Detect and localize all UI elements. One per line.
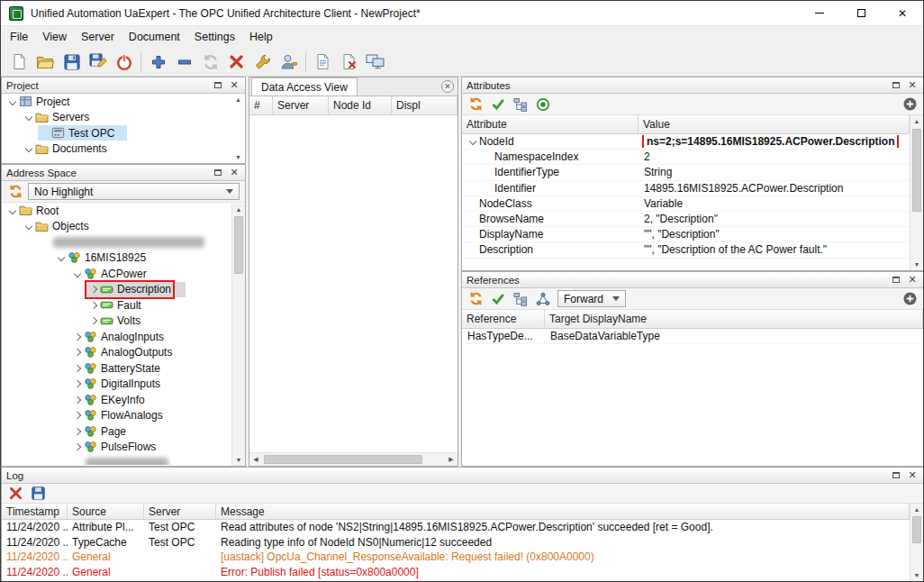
tree-item-root[interactable]: Root (2, 203, 245, 219)
reference-column-header[interactable]: Reference (462, 310, 545, 328)
tree-expander[interactable] (22, 114, 35, 120)
attributes-scrollbar[interactable]: ▲ ▼ (910, 115, 923, 270)
tree-expander[interactable] (22, 146, 35, 151)
tree-expander[interactable] (70, 413, 84, 418)
dav-horizontal-scrollbar[interactable]: ◀ ▶ (249, 452, 457, 466)
tree-expander[interactable] (70, 429, 84, 434)
attributes-table-header[interactable]: Attribute Value (462, 115, 923, 134)
tree-expander[interactable] (70, 444, 84, 450)
tree-item-redacted[interactable] (2, 455, 245, 465)
tree-expander[interactable] (70, 271, 84, 277)
refresh-attributes-button[interactable] (466, 95, 485, 114)
tab-data-access-view[interactable]: Data Access View (251, 77, 358, 95)
tree-item-test-opc[interactable]: Test OPC (2, 125, 245, 141)
clear-log-button[interactable] (5, 484, 25, 503)
address-space-float-button[interactable] (212, 167, 224, 179)
direction-dropdown[interactable]: Forward (557, 290, 626, 307)
attributes-close-button[interactable]: ✕ (906, 79, 919, 92)
timestamp-column-header[interactable]: Timestamp (2, 504, 68, 519)
tree-item-volts[interactable]: Volts (2, 314, 245, 330)
refresh-references-button[interactable] (466, 289, 485, 308)
references-float-button[interactable] (890, 274, 902, 286)
dav-table-header[interactable]: #ServerNode IdDispl (249, 96, 457, 115)
rebrowse-button[interactable] (5, 182, 25, 201)
scroll-thumb[interactable] (264, 455, 422, 464)
message-column-header[interactable]: Message (216, 504, 910, 519)
scroll-up-icon[interactable]: ▲ (232, 204, 245, 215)
references-close-button[interactable]: ✕ (906, 274, 919, 286)
scroll-up-icon[interactable]: ▲ (910, 504, 923, 515)
remove-document-button[interactable] (336, 50, 362, 75)
tree-item-acpower[interactable]: ACPower (2, 266, 245, 282)
save-log-button[interactable] (28, 484, 48, 503)
tree-item-ekeyinfo[interactable]: EKeyInfo (2, 392, 245, 408)
menu-help[interactable]: Help (242, 27, 280, 47)
tree-expander[interactable] (86, 318, 100, 323)
references-table-header[interactable]: Reference Target DisplayName (462, 310, 923, 329)
attributes-float-button[interactable] (890, 79, 902, 92)
tree-item-pulseflows[interactable]: PulseFlows (2, 440, 245, 456)
tree-item-redacted[interactable] (2, 234, 245, 250)
tree-item-batterystate[interactable]: BatteryState (2, 360, 245, 377)
attribute-row-description[interactable]: Description"", "Description of the AC Po… (462, 242, 910, 258)
monitor-value-button[interactable] (533, 95, 553, 114)
scroll-up-icon[interactable]: ▲ (231, 94, 245, 105)
log-row-3[interactable]: 11/24/2020 ...General[uastack] OpcUa_Cha… (2, 550, 910, 565)
scroll-down-icon[interactable]: ▼ (231, 151, 245, 163)
menu-document[interactable]: Document (122, 27, 187, 47)
tree-item-analoginputs[interactable]: AnalogInputs (2, 329, 245, 345)
address-space-close-button[interactable]: ✕ (228, 167, 240, 179)
tree-item-description[interactable]: Description (2, 282, 245, 298)
log-row-4[interactable]: 11/24/2020 ...GeneralError: Publish fail… (2, 565, 910, 580)
menu-settings[interactable]: Settings (187, 27, 242, 47)
close-tab-button[interactable]: ✕ (441, 80, 454, 93)
scroll-down-icon[interactable]: ▼ (232, 454, 245, 466)
log-float-button[interactable] (890, 469, 902, 482)
delete-red-button[interactable] (223, 50, 249, 75)
document-new-button[interactable] (6, 50, 32, 75)
scroll-left-icon[interactable]: ◀ (249, 453, 262, 466)
log-row-1[interactable]: 11/24/2020 ...Attribute Pl...Test OPCRea… (2, 520, 910, 535)
tree-expander[interactable] (70, 397, 84, 403)
dav-column-header-displ[interactable]: Displ (392, 96, 457, 114)
tree-expander[interactable] (70, 350, 84, 355)
tree-item-objects[interactable]: Objects (2, 219, 245, 235)
attribute-column-header[interactable]: Attribute (462, 115, 639, 133)
tree-item-flowanalogs[interactable]: FlowAnalogs (2, 408, 245, 424)
scroll-thumb[interactable] (912, 129, 921, 212)
scroll-down-icon[interactable]: ▼ (910, 569, 923, 581)
tree-item-16mis18925[interactable]: 16MIS18925 (2, 250, 245, 267)
show-hierarchy-button[interactable] (511, 289, 530, 308)
select-attributes-button[interactable] (511, 95, 530, 114)
tree-item-analogoutputs[interactable]: AnalogOutputs (2, 345, 245, 361)
tree-expander[interactable] (5, 208, 19, 214)
target-displayname-column-header[interactable]: Target DisplayName (545, 310, 923, 328)
document-open-button[interactable] (32, 50, 59, 75)
tree-item-digitalinputs[interactable]: DigitalInputs (2, 377, 245, 393)
log-row-2[interactable]: 11/24/2020 ...TypeCacheTest OPCReading t… (2, 535, 910, 550)
expand-options-button[interactable] (900, 289, 919, 308)
dav-column-header-[interactable]: # (249, 96, 273, 114)
tree-expander[interactable] (5, 99, 19, 105)
apply-button[interactable] (488, 289, 508, 308)
tree-item-servers[interactable]: Servers (2, 110, 245, 126)
dav-column-header-server[interactable]: Server (273, 96, 329, 114)
log-table-header[interactable]: Timestamp Source Server Message (2, 504, 923, 520)
document-save-edit-button[interactable] (85, 50, 111, 75)
tree-expander[interactable] (86, 303, 100, 308)
scroll-up-icon[interactable]: ▲ (910, 115, 923, 127)
attribute-row-identifier[interactable]: Identifier14895.16MIS18925.ACPower.Descr… (462, 181, 910, 196)
attribute-row-namespaceindex[interactable]: NamespaceIndex2 (462, 150, 910, 165)
close-button[interactable]: ✕ (882, 1, 923, 25)
tree-expander[interactable] (70, 334, 84, 340)
address-space-scrollbar[interactable]: ▲ ▼ (231, 204, 245, 466)
reference-row[interactable]: HasTypeDe...BaseDataVariableType (462, 329, 923, 344)
refresh-gray-button[interactable] (197, 50, 223, 75)
tree-item-project[interactable]: Project (2, 94, 245, 110)
attribute-row-displayname[interactable]: DisplayName"", "Description" (462, 227, 910, 242)
menu-server[interactable]: Server (74, 27, 122, 47)
tree-expander[interactable] (70, 381, 84, 386)
tree-expander[interactable] (22, 223, 35, 229)
project-close-button[interactable]: ✕ (228, 79, 240, 92)
expand-options-button[interactable] (900, 95, 919, 114)
